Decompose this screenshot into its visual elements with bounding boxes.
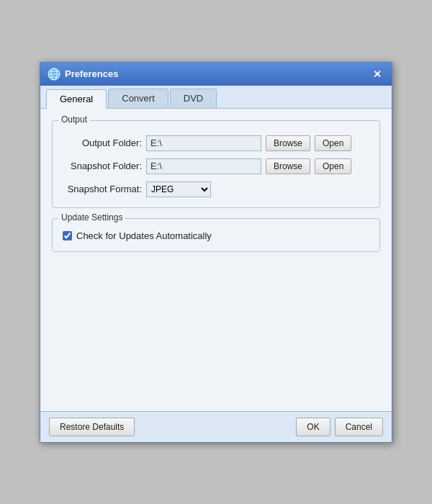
snapshot-folder-input[interactable] <box>146 158 261 174</box>
title-bar-text: Preferences <box>65 68 118 79</box>
close-button[interactable]: ✕ <box>370 67 384 81</box>
footer-right: OK Cancel <box>296 418 383 436</box>
tab-bar: General Convert DVD <box>40 86 392 109</box>
output-folder-open-button[interactable]: Open <box>315 135 351 151</box>
content-area: Output Output Folder: Browse Open Snapsh… <box>40 109 392 411</box>
snapshot-format-label: Snapshot Format: <box>63 184 142 194</box>
preferences-dialog: Preferences ✕ General Convert DVD Output… <box>40 62 392 443</box>
restore-defaults-button[interactable]: Restore Defaults <box>49 418 135 436</box>
output-folder-browse-button[interactable]: Browse <box>266 135 310 151</box>
snapshot-folder-open-button[interactable]: Open <box>315 158 351 174</box>
tab-dvd[interactable]: DVD <box>170 89 217 108</box>
output-folder-row: Output Folder: Browse Open <box>63 135 369 151</box>
snapshot-folder-label: Snapshot Folder: <box>63 161 142 171</box>
app-icon <box>48 68 60 81</box>
title-bar-left: Preferences <box>48 68 118 81</box>
snapshot-folder-browse-button[interactable]: Browse <box>266 158 310 174</box>
output-section: Output Output Folder: Browse Open Snapsh… <box>52 120 380 208</box>
output-folder-label: Output Folder: <box>63 138 142 148</box>
ok-button[interactable]: OK <box>296 418 330 436</box>
snapshot-format-select[interactable]: JPEG PNG BMP <box>146 181 211 197</box>
auto-update-checkbox[interactable] <box>63 231 72 240</box>
snapshot-folder-row: Snapshot Folder: Browse Open <box>63 158 369 174</box>
snapshot-format-row: Snapshot Format: JPEG PNG BMP <box>63 181 369 197</box>
update-section-label: Update Settings <box>58 212 125 222</box>
cancel-button[interactable]: Cancel <box>335 418 383 436</box>
auto-update-label: Check for Updates Automatically <box>76 230 212 241</box>
output-section-label: Output <box>58 114 90 125</box>
footer: Restore Defaults OK Cancel <box>40 411 392 442</box>
tab-general[interactable]: General <box>46 89 107 109</box>
update-section: Update Settings Check for Updates Automa… <box>52 218 380 252</box>
title-bar: Preferences ✕ <box>40 63 392 86</box>
output-folder-input[interactable] <box>146 135 261 151</box>
tab-convert[interactable]: Convert <box>108 89 168 108</box>
update-row: Check for Updates Automatically <box>63 230 369 241</box>
